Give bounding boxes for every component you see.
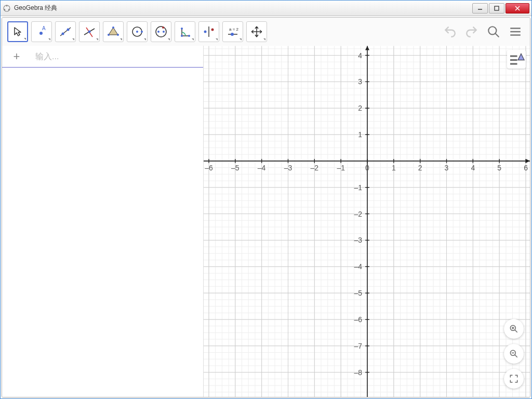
svg-text:–4: –4: [354, 262, 363, 271]
svg-point-3: [4, 9, 5, 10]
redo-button[interactable]: [462, 22, 481, 41]
svg-text:–5: –5: [354, 289, 363, 297]
svg-text:–3: –3: [354, 236, 363, 244]
window-controls: [471, 3, 529, 14]
svg-point-24: [157, 31, 159, 33]
svg-point-17: [112, 26, 114, 29]
tool-angle[interactable]: [175, 21, 195, 42]
undo-button[interactable]: [441, 22, 459, 41]
app-window: GeoGebra 经典 A a = 2: [0, 0, 532, 399]
svg-point-2: [8, 9, 10, 10]
svg-text:–3: –3: [284, 164, 292, 172]
svg-text:–1: –1: [354, 183, 363, 192]
svg-text:A: A: [42, 25, 46, 31]
svg-text:–8: –8: [354, 368, 363, 377]
minimize-button[interactable]: [472, 3, 488, 14]
tool-slider[interactable]: a = 2: [222, 21, 243, 42]
tool-ellipse[interactable]: [151, 21, 171, 42]
svg-text:–4: –4: [258, 164, 266, 172]
svg-point-31: [204, 31, 207, 33]
style-bar-button[interactable]: [507, 50, 526, 69]
tool-perpendicular[interactable]: [79, 21, 100, 42]
tool-circle[interactable]: [127, 21, 148, 42]
add-button[interactable]: +: [2, 46, 31, 67]
svg-text:a = 2: a = 2: [229, 27, 239, 32]
svg-line-10: [60, 28, 71, 36]
tool-line[interactable]: [55, 21, 76, 42]
tool-polygon[interactable]: [103, 21, 124, 42]
close-button[interactable]: [506, 3, 529, 14]
svg-text:–1: –1: [337, 164, 345, 172]
svg-line-232: [515, 330, 517, 332]
svg-text:–6: –6: [354, 315, 363, 324]
app-icon: [3, 4, 11, 12]
svg-point-1: [6, 5, 8, 6]
svg-text:0: 0: [365, 164, 369, 172]
window-title: GeoGebra 经典: [14, 4, 471, 12]
svg-point-26: [162, 26, 164, 29]
svg-text:1: 1: [358, 130, 362, 139]
graphics-view[interactable]: –6–5–4–3–2–10123456–8–7–6–5–4–3–2–11234: [204, 46, 530, 397]
svg-rect-5: [495, 6, 499, 10]
svg-marker-16: [109, 28, 118, 35]
menu-button[interactable]: [506, 22, 525, 41]
svg-text:3: 3: [358, 77, 362, 86]
svg-text:1: 1: [392, 164, 396, 172]
titlebar: GeoGebra 经典: [1, 1, 531, 16]
svg-point-32: [211, 29, 214, 31]
svg-text:6: 6: [524, 164, 528, 172]
svg-point-21: [136, 31, 138, 33]
svg-point-29: [188, 35, 190, 37]
svg-line-37: [495, 33, 499, 37]
content-area: A a = 2 + –6–5–4–3–2–1: [2, 17, 530, 397]
svg-text:–2: –2: [311, 164, 319, 172]
algebra-input[interactable]: [31, 52, 203, 61]
tool-move-graphics[interactable]: [246, 21, 267, 42]
svg-point-19: [108, 34, 110, 36]
svg-point-9: [39, 32, 43, 35]
maximize-button[interactable]: [489, 3, 504, 14]
tool-move[interactable]: [7, 21, 28, 42]
toolbar: A a = 2: [2, 18, 530, 46]
svg-text:–6: –6: [205, 164, 213, 172]
svg-text:–5: –5: [231, 164, 240, 172]
svg-point-12: [67, 29, 70, 31]
fullscreen-button[interactable]: [504, 369, 524, 389]
search-button[interactable]: [484, 22, 503, 41]
svg-text:–7: –7: [354, 342, 363, 350]
svg-text:2: 2: [418, 164, 422, 172]
svg-point-11: [62, 33, 64, 35]
svg-point-25: [163, 31, 165, 33]
input-row: +: [2, 46, 203, 68]
svg-marker-175: [526, 159, 530, 163]
svg-point-22: [141, 31, 143, 33]
svg-marker-230: [518, 54, 524, 60]
zoom-out-button[interactable]: [504, 344, 524, 364]
svg-point-27: [181, 28, 183, 30]
svg-text:–2: –2: [354, 210, 363, 218]
algebra-view: +: [2, 46, 204, 397]
svg-text:4: 4: [471, 164, 475, 172]
svg-point-18: [117, 34, 119, 36]
tool-point[interactable]: A: [31, 21, 52, 42]
main-area: + –6–5–4–3–2–10123456–8–7–6–5–4–3–2–1123…: [2, 46, 530, 397]
tool-reflect[interactable]: [198, 21, 219, 42]
coordinate-grid[interactable]: –6–5–4–3–2–10123456–8–7–6–5–4–3–2–11234: [204, 46, 530, 397]
zoom-in-button[interactable]: [504, 319, 524, 339]
svg-text:4: 4: [358, 51, 362, 60]
svg-line-236: [515, 355, 517, 357]
svg-marker-176: [365, 46, 369, 50]
svg-text:2: 2: [358, 104, 362, 112]
svg-point-28: [181, 35, 183, 37]
svg-text:3: 3: [445, 164, 449, 172]
svg-point-35: [231, 33, 234, 36]
svg-point-15: [88, 31, 91, 33]
svg-text:5: 5: [497, 164, 501, 172]
